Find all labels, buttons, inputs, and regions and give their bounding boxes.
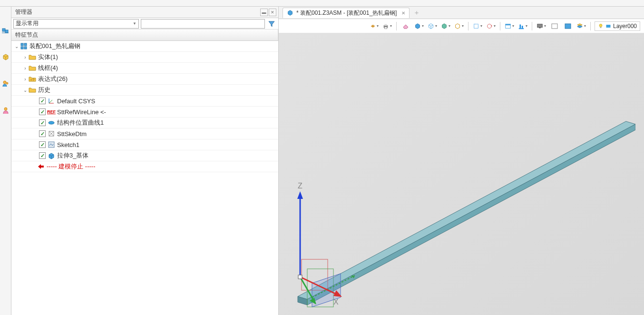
dropdown-arrow-icon: ▼ [133,21,137,26]
filter-input[interactable] [141,19,265,29]
visibility-checkbox[interactable] [39,141,46,148]
svg-line-73 [300,277,314,302]
expander-icon[interactable]: › [22,54,29,60]
tree-history-row[interactable]: ⌄ 历史 [11,85,278,96]
svg-rect-12 [24,43,27,46]
tree-expr-row[interactable]: › =? 表达式(26) [11,74,278,85]
eraser-icon[interactable] [400,21,411,31]
tree-stop-row[interactable]: ----- 建模停止 ----- [11,161,278,172]
print-icon[interactable]: ▾ [382,21,392,31]
folder-expr-icon: =? [29,75,36,83]
tree-column-header[interactable]: 特征节点 [11,30,278,41]
stop-arrow-icon [37,163,45,170]
tree-history-item[interactable]: Default CSYS [11,96,278,107]
sidebar-assembly-icon[interactable] [1,26,10,35]
tree-history-item[interactable]: SttSkeDtm [11,128,278,139]
svg-rect-42 [474,24,478,28]
tree-history-item[interactable]: REF SttRefWireLine <- [11,107,278,118]
svg-line-38 [431,25,433,26]
folder-history-icon [29,86,36,94]
visibility-checkbox[interactable] [39,108,46,115]
svg-rect-13 [21,47,23,49]
csys-icon [48,97,55,105]
visibility-checkbox[interactable] [39,98,46,104]
panel-minimize-button[interactable]: ▬ [260,9,268,16]
blank-rect-icon[interactable] [549,21,560,31]
toolbar-separator [590,22,591,30]
svg-rect-58 [606,25,610,28]
filter-funnel-icon[interactable] [267,19,276,29]
svg-marker-40 [442,23,447,29]
tree-column-header-label: 特征节点 [15,31,38,39]
document-tab[interactable]: * 装配001.Z3ASM - [装配001_热轧扁钢] ✕ [283,8,410,18]
document-tab-bar: * 装配001.Z3ASM - [装配001_热轧扁钢] ✕ ＋ [279,7,644,19]
visibility-checkbox[interactable] [39,130,46,137]
tree-history-item[interactable]: Sketch1 [11,139,278,150]
tree-root-label: 装配001_热轧扁钢 [29,42,80,50]
svg-point-19 [49,121,54,124]
svg-marker-61 [298,296,307,305]
svg-text:=?: =? [30,78,35,82]
tree-entity-row[interactable]: › 实体(1) [11,52,278,63]
3d-viewport[interactable]: Z X [279,33,644,315]
svg-line-18 [49,100,52,103]
visibility-checkbox[interactable] [39,119,46,126]
sketch-icon [48,141,55,148]
wireframe-cube-icon[interactable]: ▾ [427,21,438,31]
layers-icon[interactable]: ▾ [576,21,586,31]
expander-icon[interactable]: ⌄ [22,87,29,93]
gold-wire-icon[interactable]: ▾ [454,21,464,31]
svg-rect-46 [506,24,511,25]
svg-marker-64 [312,274,341,307]
svg-marker-35 [416,23,420,29]
align-icon[interactable]: ▾ [517,21,528,31]
expander-icon[interactable]: ⌄ [13,43,20,49]
panel-title: 管理器 [15,8,32,16]
section-icon[interactable]: ▾ [472,21,483,31]
svg-rect-1 [5,30,8,33]
expander-icon[interactable]: › [22,76,29,82]
history-item-label: SttRefWireLine <- [57,108,106,116]
expander-icon[interactable]: › [22,65,29,71]
svg-rect-75 [298,275,302,279]
tree-wire-row[interactable]: › 线框(4) [11,63,278,74]
svg-point-56 [599,24,602,27]
filter-combo-value: 显示常用 [16,20,39,28]
blue-rect-icon[interactable] [563,21,573,31]
window-icon[interactable]: ▾ [504,21,515,31]
stop-label: ----- 建模停止 ----- [47,162,96,171]
svg-rect-30 [373,25,375,27]
tree-history-item[interactable]: 拉伸3_基体 [11,150,278,161]
layer-selector[interactable]: Layer000 [595,21,640,31]
svg-marker-34 [403,25,408,29]
svg-rect-50 [537,24,543,27]
svg-marker-29 [288,10,293,16]
monitor-icon[interactable]: ▾ [536,21,546,31]
svg-rect-48 [519,24,521,28]
rotate-icon[interactable]: ▾ [486,21,496,31]
svg-rect-11 [21,43,23,46]
tree-history-item[interactable]: 结构件位置曲线1 [11,118,278,128]
ellipse-icon [48,119,55,127]
svg-marker-66 [351,276,355,278]
close-icon[interactable]: ✕ [401,10,405,16]
svg-marker-28 [38,164,44,169]
svg-marker-74 [310,298,316,305]
sidebar-users-icon[interactable] [1,79,10,89]
feature-tree-panel: 管理器 ▬ ✕ 显示常用 ▼ 特征节点 ⌄ [11,7,279,315]
sidebar-user-icon[interactable] [1,106,10,115]
viewport-toolbar: ▾ ▾ ▾ ▾ ▾ ▾ ▾ ▾ ▾ ▾ ▾ ▾ Layer000 [279,19,644,33]
undo-icon[interactable]: ▾ [369,21,379,31]
svg-marker-44 [491,25,493,26]
filter-combo[interactable]: 显示常用 ▼ [13,19,139,29]
hidden-cube-icon[interactable]: ▾ [440,21,451,31]
add-tab-button[interactable]: ＋ [413,9,420,17]
panel-close-button[interactable]: ✕ [269,9,276,16]
visibility-checkbox[interactable] [39,152,46,159]
tree-root-row[interactable]: ⌄ 装配001_热轧扁钢 [11,41,278,52]
sidebar-model-icon[interactable] [1,52,10,62]
document-tab-title: * 装配001.Z3ASM - [装配001_热轧扁钢] [296,9,397,17]
shaded-cube-icon[interactable]: ▾ [414,21,424,31]
svg-marker-10 [269,21,274,27]
svg-point-8 [6,82,8,84]
